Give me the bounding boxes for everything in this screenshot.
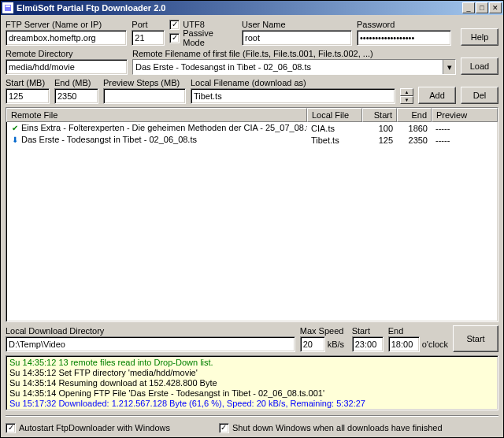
log-line: Su 15:17:32 Downloaded: 1.212.567.128 By… xyxy=(9,399,495,409)
remote-filename-combo[interactable]: ▾ xyxy=(132,59,456,75)
table-row[interactable]: ⬇Das Erste - Todesangst in Tibet - 02_06… xyxy=(6,134,498,146)
ftp-server-input[interactable] xyxy=(6,30,127,46)
autostart-checkbox[interactable]: ✓ Autostart FtpDownloader with Windows xyxy=(6,421,170,434)
remote-dir-input[interactable] xyxy=(6,59,128,75)
local-filename-label: Local Filename (download as) xyxy=(191,78,395,87)
preview-steps-label: Preview Steps (MB) xyxy=(103,78,186,87)
local-download-dir-label: Local Download Directory xyxy=(6,326,295,336)
local-download-dir-input[interactable] xyxy=(6,336,295,352)
app-window: ElmüSoft Partial Ftp Downloader 2.0 _ □ … xyxy=(0,0,504,438)
end-mb-input[interactable] xyxy=(54,88,98,104)
start-button[interactable]: Start xyxy=(453,325,498,352)
username-input[interactable] xyxy=(242,30,352,46)
minimize-button[interactable]: _ xyxy=(462,2,475,13)
log-line: Su 14:35:14 Resuming download at 152.428… xyxy=(9,378,495,388)
start-time-label: Start xyxy=(352,326,384,336)
help-button[interactable]: Help xyxy=(461,28,498,46)
col-end[interactable]: End xyxy=(397,108,432,122)
password-label: Password xyxy=(357,20,451,29)
remote-filename-input[interactable] xyxy=(133,60,443,74)
start-time-input[interactable] xyxy=(352,336,384,352)
col-local-file[interactable]: Local File xyxy=(307,108,362,122)
username-label: User Name xyxy=(242,20,352,29)
passive-label: Passive Mode xyxy=(183,28,237,47)
port-label: Port xyxy=(132,20,165,29)
list-body: ✔Eins Extra - Folterexperten - Die gehei… xyxy=(6,122,498,321)
arrow-down-icon[interactable]: ▼ xyxy=(400,96,413,104)
autostart-label: Autostart FtpDownloader with Windows xyxy=(19,423,170,432)
separator xyxy=(6,415,498,417)
shutdown-label: Shut down Windows when all downloads hav… xyxy=(232,423,443,432)
maximize-button[interactable]: □ xyxy=(476,2,488,13)
window-title: ElmüSoft Partial Ftp Downloader 2.0 xyxy=(17,3,462,13)
preview-steps-input[interactable] xyxy=(103,88,186,104)
passive-checkbox[interactable]: ✓ Passive Mode xyxy=(169,32,237,44)
downloads-list[interactable]: Remote File Local File Start End Preview… xyxy=(6,107,498,322)
remote-dir-label: Remote Directory xyxy=(6,49,128,58)
kbs-label: kB/s xyxy=(328,340,344,349)
chevron-down-icon[interactable]: ▾ xyxy=(443,60,455,74)
password-input[interactable] xyxy=(357,30,451,46)
oclock-label: o'clock xyxy=(422,340,448,349)
list-header: Remote File Local File Start End Preview xyxy=(6,108,498,122)
table-row[interactable]: ✔Eins Extra - Folterexperten - Die gehei… xyxy=(6,122,498,134)
max-speed-label: Max Speed xyxy=(300,326,347,336)
end-mb-label: End (MB) xyxy=(54,78,98,87)
shutdown-checkbox[interactable]: ✓ Shut down Windows when all downloads h… xyxy=(219,421,443,434)
max-speed-input[interactable] xyxy=(300,336,325,352)
log-panel: Su 14:35:12 13 remote files read into Dr… xyxy=(6,355,498,410)
checkbox-icon: ✓ xyxy=(169,20,180,30)
local-filename-input[interactable] xyxy=(191,88,395,104)
checkbox-icon: ✓ xyxy=(6,423,16,433)
start-mb-label: Start (MB) xyxy=(6,78,50,87)
log-line: Su 14:35:14 Opening FTP File 'Das Erste … xyxy=(9,388,495,399)
window-controls: _ □ ✕ xyxy=(462,2,502,13)
load-button[interactable]: Load xyxy=(461,58,498,75)
start-mb-input[interactable] xyxy=(6,88,50,104)
updown-control[interactable]: ▲ ▼ xyxy=(400,88,413,104)
log-line: Su 14:35:12 13 remote files read into Dr… xyxy=(9,358,495,368)
close-button[interactable]: ✕ xyxy=(489,2,502,13)
col-start[interactable]: Start xyxy=(362,108,397,122)
port-input[interactable] xyxy=(132,30,165,46)
del-button[interactable]: Del xyxy=(461,87,498,104)
checkbox-icon: ✓ xyxy=(219,423,229,433)
log-line: Su 14:35:12 Set FTP directory 'media/hdd… xyxy=(9,368,495,378)
svg-rect-1 xyxy=(6,6,10,7)
titlebar: ElmüSoft Partial Ftp Downloader 2.0 _ □ … xyxy=(1,1,503,15)
app-icon xyxy=(2,2,13,13)
remote-filename-label: Remote Filename of first file (File.ts, … xyxy=(132,49,456,58)
checkbox-icon: ✓ xyxy=(169,33,180,43)
col-remote-file[interactable]: Remote File xyxy=(6,108,307,122)
end-time-label: End xyxy=(388,326,448,336)
col-preview[interactable]: Preview xyxy=(432,108,498,122)
ftp-server-label: FTP Server (Name or IP) xyxy=(6,20,127,29)
window-content: FTP Server (Name or IP) Port ✓ UTF8 ✓ Pa… xyxy=(1,15,503,437)
add-button[interactable]: Add xyxy=(418,87,456,104)
arrow-up-icon[interactable]: ▲ xyxy=(400,88,413,96)
check-icon: ✔ xyxy=(10,124,20,133)
download-icon: ⬇ xyxy=(10,135,20,145)
end-time-input[interactable] xyxy=(388,336,420,352)
